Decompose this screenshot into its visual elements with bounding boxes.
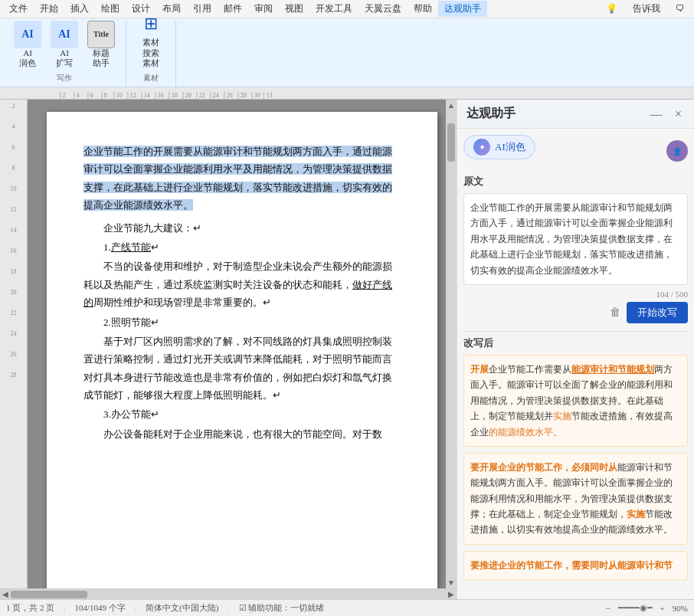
ruler-mark: │8 bbox=[97, 92, 110, 99]
rewrite-label: 改写后 bbox=[463, 336, 688, 350]
status-right: − ━━━━◉━ + 90% bbox=[605, 603, 688, 613]
panel-title: 达观助手 bbox=[466, 106, 516, 122]
rewrite-text-3: 要推进企业的节能工作，需要同时从能源审计和节 bbox=[470, 558, 681, 573]
status-accessibility: ☑ 辅助功能：一切就绪 bbox=[239, 602, 325, 614]
status-zoom-slider[interactable]: ━━━━◉━ bbox=[618, 603, 653, 613]
material-search-label: 素材搜索素材 bbox=[142, 38, 159, 68]
ai-color-icon: AI bbox=[14, 21, 41, 48]
ruler-mark: │14 bbox=[138, 92, 152, 99]
ruler-mark: │20 bbox=[179, 92, 193, 99]
menu-review[interactable]: 审阅 bbox=[248, 1, 279, 17]
original-text-box: 企业节能工作的开展需要从能源审计和节能规划两方面入手，通过能源审计可以全面掌握企… bbox=[463, 193, 688, 285]
status-zoom-in-btn[interactable]: + bbox=[660, 604, 665, 613]
menu-draw[interactable]: 绘图 bbox=[95, 1, 126, 17]
status-bar: 1 页，共 2 页 | 104/1049 个字 | 简体中文(中国大陆) | ☑… bbox=[0, 599, 694, 616]
menu-file[interactable]: 文件 bbox=[3, 1, 34, 17]
ruler-mark: │10 bbox=[110, 92, 124, 99]
user-avatar: 👤 bbox=[666, 140, 688, 162]
panel-body[interactable]: ✦ AI润色 👤 原文 企业节能工作的开展需要从能源审计和节能规划两方面入手，通… bbox=[457, 129, 694, 599]
ai-tab-label: AI润色 bbox=[495, 140, 525, 154]
menu-cloud[interactable]: 天翼云盘 bbox=[358, 1, 408, 17]
ruler-mark: │30 bbox=[248, 92, 262, 99]
ai-color-button[interactable]: AI AI润色 bbox=[9, 18, 46, 71]
ruler-mark: │22 bbox=[193, 92, 207, 99]
doc-para-1: 不当的设备使用和维护，对于制造型企业未说会产生额外的能源损耗以及热能产生，通过系… bbox=[83, 257, 401, 311]
ruler-mark: │12 bbox=[124, 92, 138, 99]
original-text: 企业节能工作的开展需要从能源审计和节能规划两方面入手，通过能源审计可以全面掌握企… bbox=[470, 202, 673, 276]
ai-expand-label: AI扩写 bbox=[56, 48, 73, 68]
ai-color-label: AI润色 bbox=[19, 48, 36, 68]
ribbon-group-material: ⊞ 素材搜索素材 素材 bbox=[126, 21, 176, 87]
ruler-mark: │18 bbox=[165, 92, 179, 99]
rewrite-block-1: 开展企业节能工作需要从能源审计和节能规划两方面入手。能源审计可以全面了解企业的能… bbox=[463, 355, 688, 447]
rewrite-text-1: 开展企业节能工作需要从能源审计和节能规划两方面入手。能源审计可以全面了解企业的能… bbox=[470, 362, 681, 440]
scrollbar-thumb[interactable] bbox=[447, 123, 455, 162]
menu-view[interactable]: 视图 bbox=[279, 1, 309, 17]
doc-heading-2: 2.照明节能↵ bbox=[83, 313, 401, 331]
ruler-mark: │28 bbox=[234, 92, 248, 99]
status-zoom-level: 90% bbox=[673, 604, 688, 613]
panel-close-button[interactable]: × bbox=[672, 107, 685, 121]
menu-bar: 文件 开始 插入 绘图 设计 布局 引用 邮件 审阅 视图 开发工具 天翼云盘 … bbox=[0, 0, 694, 18]
doc-section-title: 企业节能九大建议：↵ bbox=[83, 219, 401, 237]
ruler-mark: │26 bbox=[221, 92, 234, 99]
menu-start[interactable]: 开始 bbox=[34, 1, 64, 17]
status-zoom-out-btn[interactable]: − bbox=[605, 604, 610, 613]
document-area: 246810121416182022242628 企业节能工作的开展需要从能源审… bbox=[0, 100, 457, 599]
main-area: 246810121416182022242628 企业节能工作的开展需要从能源审… bbox=[0, 100, 694, 599]
status-lang: 简体中文(中国大陆) bbox=[146, 602, 218, 614]
highlighted-text: 企业节能工作的开展需要从能源审计和节能规划两方面入手，通过能源审计可以全面掌握企… bbox=[83, 146, 392, 211]
document-scroll[interactable]: 企业节能工作的开展需要从能源审计和节能规划两方面入手，通过能源审计可以全面掌握企… bbox=[28, 100, 457, 588]
status-page-info: 1 页，共 2 页 bbox=[6, 602, 54, 614]
ruler-mark: │24 bbox=[207, 92, 221, 99]
doc-heading-3: 3.办公节能↵ bbox=[83, 405, 401, 423]
text-counter: 104 / 500 bbox=[463, 290, 688, 299]
menu-mail[interactable]: 邮件 bbox=[218, 1, 248, 17]
rewrite-block-3: 要推进企业的节能工作，需要同时从能源审计和节 bbox=[463, 551, 688, 580]
delete-button[interactable]: 🗑 bbox=[610, 306, 620, 319]
rewrite-block-2: 要开展企业的节能工作，必须同时从能源审计和节能规划两方面入手。能源审计可以全面掌… bbox=[463, 453, 688, 545]
panel-minimize-button[interactable]: — bbox=[647, 107, 666, 121]
menu-help[interactable]: 帮助 bbox=[408, 1, 438, 17]
doc-heading-1: 1.产线节能↵ bbox=[83, 238, 401, 256]
horizontal-scrollbar[interactable]: ◀ ▶ bbox=[0, 588, 457, 599]
section-divider bbox=[463, 331, 688, 332]
right-panel: 达观助手 — × ✦ AI润色 👤 原文 企业 bbox=[457, 100, 694, 599]
menu-comment-icon[interactable]: 🗨 bbox=[669, 2, 691, 16]
ai-tab[interactable]: ✦ AI润色 bbox=[463, 135, 535, 159]
panel-controls: — × bbox=[647, 107, 685, 121]
ruler-mark: │2 bbox=[55, 92, 69, 99]
menu-tellme[interactable]: 告诉我 bbox=[627, 1, 666, 17]
doc-para-2: 基于对厂区内照明需求的了解，对不同线路的灯具集成照明控制装置进行策略控制，通过灯… bbox=[83, 333, 401, 405]
ai-expand-button[interactable]: AI AI扩写 bbox=[46, 18, 83, 71]
document-page: 企业节能工作的开展需要从能源审计和节能规划两方面入手，通过能源审计可以全面掌握企… bbox=[47, 112, 437, 588]
material-search-button[interactable]: ⊞ 素材搜索素材 bbox=[133, 7, 169, 71]
panel-header: 达观助手 — × bbox=[457, 100, 694, 129]
ribbon-group-writing: AI AI润色 AI AI扩写 Title 标题助手 写作 bbox=[3, 21, 126, 87]
ribbon-group-material-label: 素材 bbox=[143, 73, 159, 84]
ribbon-group-writing-label: 写作 bbox=[57, 73, 72, 84]
original-label: 原文 bbox=[463, 175, 688, 188]
action-bar: 🗑 开始改写 bbox=[463, 302, 688, 323]
menu-insert[interactable]: 插入 bbox=[64, 1, 95, 17]
menu-devtools[interactable]: 开发工具 bbox=[309, 1, 358, 17]
menu-daguanassist[interactable]: 达观助手 bbox=[438, 1, 487, 17]
title-helper-icon: Title bbox=[87, 21, 115, 48]
ai-expand-icon: AI bbox=[51, 21, 78, 48]
original-section: 原文 企业节能工作的开展需要从能源审计和节能规划两方面入手，通过能源审计可以全面… bbox=[463, 175, 688, 323]
material-search-icon: ⊞ bbox=[137, 10, 165, 38]
doc-para-3: 办公设备能耗对于企业用能来说，也有很大的节能空间。对于数 bbox=[83, 425, 401, 443]
doc-highlighted-para: 企业节能工作的开展需要从能源审计和节能规划两方面入手，通过能源审计可以全面掌握企… bbox=[83, 143, 401, 215]
start-rewrite-button[interactable]: 开始改写 bbox=[627, 302, 688, 323]
scrollbar-h-thumb[interactable] bbox=[11, 591, 87, 598]
ruler-mark: │4 bbox=[69, 92, 83, 99]
rewrite-text-2: 要开展企业的节能工作，必须同时从能源审计和节能规划两方面入手。能源审计可以全面掌… bbox=[470, 460, 681, 538]
menu-reference[interactable]: 引用 bbox=[187, 1, 218, 17]
vertical-scrollbar[interactable]: ▲ ▼ bbox=[446, 100, 457, 588]
ruler-mark: │16 bbox=[152, 92, 165, 99]
ruler: │2 │4 │6 │8 │10 │12 │14 │16 │18 │20 │22 … bbox=[0, 87, 694, 100]
ai-avatar-icon: ✦ bbox=[473, 139, 490, 156]
vertical-ruler: 246810121416182022242628 bbox=[0, 100, 28, 588]
menu-lightbulb-icon[interactable]: 💡 bbox=[600, 2, 624, 16]
title-helper-button[interactable]: Title 标题助手 bbox=[83, 18, 119, 71]
